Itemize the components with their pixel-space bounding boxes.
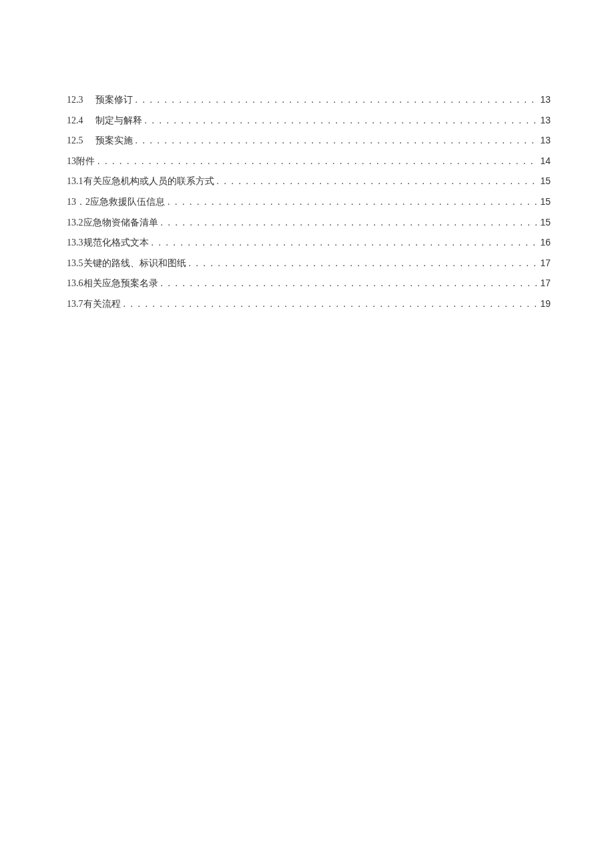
toc-entry-number: 13.6: [67, 277, 83, 290]
toc-entry-title: 附件: [76, 155, 95, 168]
toc-entry-page: 17: [539, 277, 551, 290]
toc-entry: 13.1 有关应急机构或人员的联系方式 15: [67, 175, 551, 188]
toc-entry-number: 13.7: [67, 298, 83, 311]
toc-entry-title: 有关应急机构或人员的联系方式: [83, 175, 214, 188]
toc-entry: 13.2 应急物资储备清单 15: [67, 216, 551, 230]
toc-leader-dots: [158, 216, 539, 230]
toc-entry-number: 13.1: [67, 175, 83, 188]
toc-entry: 13．2 应急救援队伍信息 15: [67, 195, 551, 209]
toc-leader-dots: [165, 195, 539, 209]
toc-entry-title: 应急救援队伍信息: [90, 195, 165, 209]
toc-entry: 13.5 关键的路线、标识和图纸 17: [67, 257, 551, 270]
toc-entry: 13.6 相关应急预案名录 17: [67, 277, 551, 290]
toc-leader-dots: [214, 175, 539, 188]
toc-leader-dots: [158, 277, 539, 290]
toc-entry-page: 14: [539, 155, 551, 168]
toc-leader-dots: [149, 236, 539, 250]
toc-entry: 12.3 预案修订 13: [67, 93, 551, 107]
toc-entry: 13 附件 14: [67, 155, 551, 168]
table-of-contents: 12.3 预案修订 13 12.4 制定与解释 13 12.5 预案实施 13 …: [67, 93, 551, 311]
toc-entry: 12.4 制定与解释 13: [67, 114, 551, 127]
toc-leader-dots: [133, 134, 539, 147]
toc-leader-dots: [186, 257, 539, 270]
toc-entry-title: 规范化格式文本: [83, 236, 149, 250]
toc-leader-dots: [142, 114, 539, 127]
toc-entry: 13.7 有关流程 19: [67, 298, 551, 311]
toc-entry-number: 13.3: [67, 236, 83, 250]
toc-entry-number: 13.2: [67, 216, 83, 230]
toc-leader-dots: [95, 155, 539, 168]
toc-entry-page: 15: [539, 216, 551, 230]
toc-entry: 12.5 预案实施 13: [67, 134, 551, 147]
toc-entry-page: 15: [539, 195, 551, 209]
toc-entry-number: 12.3: [67, 93, 95, 107]
toc-entry-page: 15: [539, 175, 551, 188]
toc-entry-number: 13.5: [67, 257, 83, 270]
toc-entry-title: 预案实施: [95, 134, 133, 147]
toc-entry-number: 13．2: [67, 195, 90, 209]
toc-entry-page: 13: [539, 114, 551, 127]
toc-entry-number: 13: [67, 155, 76, 168]
toc-entry-page: 16: [539, 236, 551, 250]
toc-entry-page: 17: [539, 257, 551, 270]
toc-entry-number: 12.4: [67, 114, 95, 127]
toc-entry-page: 13: [539, 134, 551, 147]
toc-entry-page: 19: [539, 298, 551, 311]
toc-entry-title: 预案修订: [95, 93, 133, 107]
toc-entry-number: 12.5: [67, 134, 95, 147]
toc-entry-title: 制定与解释: [95, 114, 142, 127]
toc-leader-dots: [133, 93, 539, 107]
toc-entry-title: 相关应急预案名录: [83, 277, 158, 290]
toc-entry: 13.3 规范化格式文本 16: [67, 236, 551, 250]
toc-leader-dots: [121, 298, 539, 311]
toc-entry-page: 13: [539, 93, 551, 107]
toc-entry-title: 有关流程: [83, 298, 121, 311]
toc-entry-title: 应急物资储备清单: [83, 216, 158, 230]
toc-entry-title: 关键的路线、标识和图纸: [83, 257, 186, 270]
